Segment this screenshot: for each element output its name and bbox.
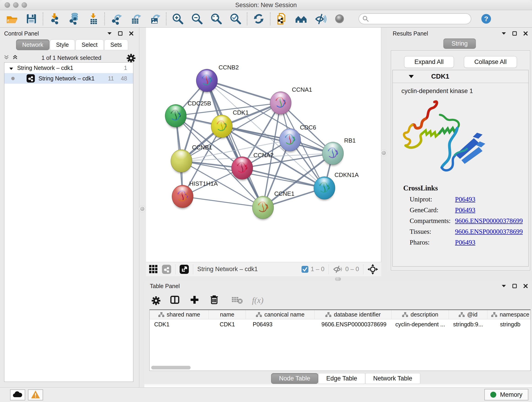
network-node-CDC25B[interactable]: [165, 104, 186, 127]
crosslink-link[interactable]: P06493: [455, 206, 475, 214]
birds-eye-view-icon[interactable]: [149, 265, 158, 274]
right-splitter-handle[interactable]: [381, 150, 387, 156]
collection-count: 1: [124, 65, 127, 71]
table-cell[interactable]: stringdb: [487, 319, 531, 329]
open-in-window-icon[interactable]: [180, 265, 189, 274]
export-image-icon[interactable]: [148, 13, 161, 25]
network-canvas[interactable]: CCNB2 CCNA1 CDC25B CDK1 CDC6 RB1CCNB1 CC…: [146, 27, 381, 262]
column-header-name[interactable]: name: [209, 310, 246, 319]
import-network-icon[interactable]: [48, 13, 61, 25]
column-header-namespace[interactable]: namespace: [487, 310, 531, 319]
network-options-gear-icon[interactable]: [125, 52, 135, 64]
save-icon[interactable]: [25, 13, 38, 25]
network-node-CDC6[interactable]: [279, 128, 301, 151]
zoom-selected-icon[interactable]: [229, 13, 242, 25]
panel-close-icon[interactable]: [129, 31, 133, 36]
table-cell[interactable]: CDK1: [150, 319, 209, 329]
create-column-icon[interactable]: [189, 294, 200, 306]
panel-close-icon[interactable]: [523, 31, 528, 36]
table-horizontal-scrollbar[interactable]: [151, 366, 191, 370]
network-row[interactable]: String Network – cdk1 11 48: [4, 73, 133, 84]
expand-all-button[interactable]: Expand All: [404, 56, 454, 68]
help-icon[interactable]: ?: [480, 13, 492, 25]
column-header-description[interactable]: description: [392, 310, 449, 319]
document-network-icon[interactable]: [276, 13, 288, 25]
network-node-CCNB2[interactable]: [196, 69, 218, 92]
tab-edge-table[interactable]: Edge Table: [318, 373, 365, 384]
export-table-icon[interactable]: [129, 13, 142, 25]
tab-network[interactable]: Network: [16, 39, 50, 50]
show-columns-icon[interactable]: [170, 294, 180, 306]
collapse-all-icon[interactable]: [4, 55, 9, 61]
zoom-out-icon[interactable]: [191, 13, 203, 25]
homes-icon[interactable]: [295, 13, 307, 25]
column-header-database-identifier[interactable]: database identifier: [315, 310, 392, 319]
column-header-@id[interactable]: @id: [449, 310, 487, 319]
string-badge-gray-icon[interactable]: [162, 265, 171, 274]
crosslink-link[interactable]: P06493: [455, 196, 475, 203]
fit-content-crosshair-icon[interactable]: [367, 264, 378, 274]
import-database-icon[interactable]: [68, 13, 80, 25]
crosslink-link[interactable]: P06493: [455, 239, 475, 246]
network-collection-row[interactable]: String Network – cdk1 1: [4, 63, 133, 73]
collection-disclosure-icon[interactable]: [9, 65, 13, 71]
tab-style[interactable]: Style: [50, 39, 75, 50]
collapse-all-button[interactable]: Collapse All: [464, 56, 517, 68]
network-node-CCNB1[interactable]: [171, 149, 192, 172]
refresh-icon[interactable]: [253, 13, 265, 25]
network-edges[interactable]: [146, 27, 381, 262]
table-row[interactable]: CDK1CDK1P064939606.ENSP00000378699cyclin…: [150, 319, 530, 329]
network-node-CCNA1[interactable]: [270, 91, 291, 114]
right-splitter[interactable]: [381, 27, 387, 272]
orb-icon[interactable]: [333, 13, 346, 25]
hidden-eye-icon[interactable]: [333, 265, 343, 273]
tab-string[interactable]: String: [443, 38, 476, 49]
expand-all-icon[interactable]: [12, 55, 18, 61]
protein-structure-thumbnail: [253, 196, 274, 219]
panel-float-icon[interactable]: [512, 31, 517, 36]
open-folder-icon[interactable]: [6, 13, 18, 25]
table-cell[interactable]: stringdb:9...: [449, 319, 487, 329]
network-node-CDK1[interactable]: [211, 115, 233, 138]
panel-close-icon[interactable]: [523, 284, 528, 288]
gene-disclosure-icon[interactable]: [409, 75, 414, 78]
panel-float-icon[interactable]: [512, 284, 517, 288]
table-cell[interactable]: cyclin-dependent ...: [392, 319, 449, 329]
warning-status-button[interactable]: [28, 389, 43, 400]
memory-button[interactable]: Memory: [484, 389, 528, 400]
tab-network-table[interactable]: Network Table: [365, 373, 420, 384]
crosslink-link[interactable]: 9606.ENSP00000378699: [455, 217, 523, 225]
panel-float-icon[interactable]: [118, 31, 123, 36]
network-node-HIST1H1A[interactable]: [172, 185, 193, 208]
table-options-gear-icon[interactable]: [150, 294, 160, 306]
delete-column-icon[interactable]: [209, 294, 220, 306]
tab-select[interactable]: Select: [75, 39, 104, 50]
network-node-CCNE1[interactable]: [252, 196, 274, 219]
search-input[interactable]: [359, 13, 471, 24]
network-node-CCNA2[interactable]: [231, 157, 253, 179]
left-splitter-handle[interactable]: [139, 206, 145, 212]
crossed-eye-icon[interactable]: [314, 13, 326, 25]
tab-sets[interactable]: Sets: [104, 39, 128, 50]
column-header-shared-name[interactable]: shared name: [150, 310, 209, 319]
toolbar-separator: [104, 12, 105, 25]
crosslink-link[interactable]: 9606.ENSP00000378699: [455, 228, 523, 235]
gene-section-header[interactable]: CDK1: [393, 70, 528, 83]
panel-menu-icon[interactable]: [502, 285, 506, 287]
table-cell[interactable]: CDK1: [209, 319, 246, 329]
horizontal-splitter-handle[interactable]: [335, 277, 341, 281]
cloud-status-button[interactable]: [10, 389, 25, 400]
table-cell[interactable]: 9606.ENSP00000378699: [315, 319, 392, 329]
zoom-fit-icon[interactable]: [210, 13, 222, 25]
tab-node-table[interactable]: Node Table: [271, 373, 318, 384]
selected-checkbox-icon[interactable]: [302, 266, 308, 273]
column-header-canonical-name[interactable]: canonical name: [246, 310, 315, 319]
export-network-icon[interactable]: [110, 13, 122, 25]
zoom-in-icon[interactable]: [172, 13, 184, 25]
panel-menu-icon[interactable]: [108, 32, 112, 35]
network-node-CDKN1A[interactable]: [314, 177, 335, 199]
panel-menu-icon[interactable]: [502, 32, 506, 35]
table-cell[interactable]: P06493: [246, 319, 315, 329]
network-node-RB1[interactable]: [322, 142, 344, 165]
import-table-icon[interactable]: [87, 13, 99, 25]
